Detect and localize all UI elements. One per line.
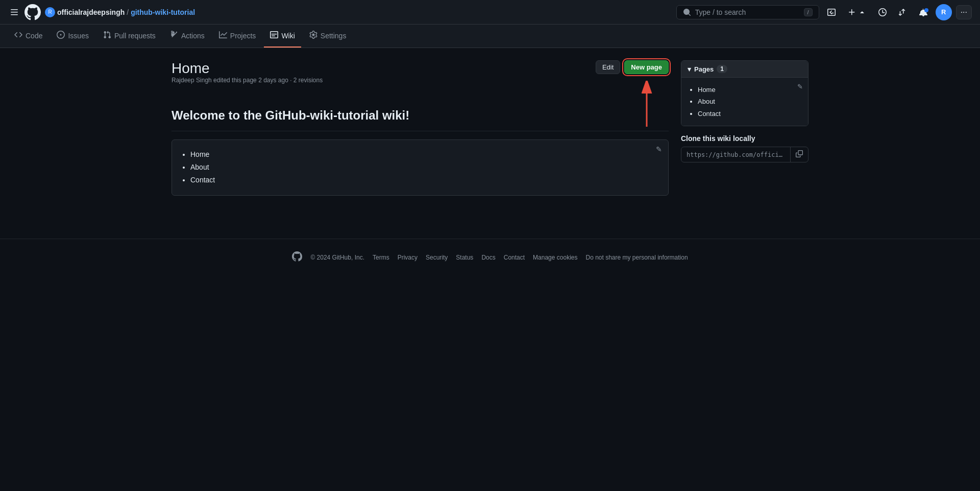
tab-wiki-label: Wiki (281, 32, 295, 40)
username[interactable]: officialrajdeepsingh (57, 8, 125, 16)
settings-icon (309, 31, 317, 40)
footer-github-logo (292, 251, 302, 264)
tab-code[interactable]: Code (8, 25, 48, 48)
footer-status[interactable]: Status (456, 254, 473, 261)
tab-actions[interactable]: Actions (164, 25, 211, 48)
tab-code-label: Code (26, 32, 42, 40)
tab-settings-label: Settings (321, 32, 347, 40)
search-placeholder: Type / to search (695, 8, 746, 16)
tab-wiki[interactable]: Wiki (264, 25, 301, 48)
pages-list-item: Contact (698, 108, 802, 120)
tab-projects-label: Projects (230, 32, 256, 40)
notifications-wrapper (915, 5, 932, 19)
tab-projects[interactable]: Projects (213, 25, 262, 48)
code-icon (14, 31, 22, 40)
pages-section: ▾ Pages 1 ✎ Home About Contact (681, 60, 808, 126)
wiki-title-section: Home Rajdeep Singh edited this page 2 da… (172, 60, 323, 96)
clone-title: Clone this wiki locally (681, 134, 808, 143)
search-shortcut: / (804, 8, 813, 16)
main-content: Home Rajdeep Singh edited this page 2 da… (163, 48, 817, 208)
list-item: About (190, 161, 660, 174)
tab-actions-label: Actions (181, 32, 205, 40)
footer-contact[interactable]: Contact (504, 254, 525, 261)
more-options-button[interactable]: ··· (956, 5, 972, 19)
wiki-content: Home Rajdeep Singh edited this page 2 da… (172, 60, 669, 196)
pages-edit-button[interactable]: ✎ (797, 83, 803, 90)
pr-icon (103, 31, 111, 40)
notifications-button[interactable] (915, 5, 932, 19)
notification-dot (924, 8, 928, 12)
command-palette-button[interactable] (823, 5, 840, 19)
edit-button[interactable]: Edit (596, 60, 620, 74)
hamburger-button[interactable] (8, 6, 20, 18)
tab-pull-requests[interactable]: Pull requests (97, 25, 162, 48)
tab-issues[interactable]: Issues (51, 25, 94, 48)
breadcrumb-separator: / (127, 8, 129, 16)
tab-pr-label: Pull requests (114, 32, 156, 40)
pages-list-box: ✎ Home About Contact (681, 78, 808, 126)
wiki-sidebar: ▾ Pages 1 ✎ Home About Contact Clone thi… (681, 60, 808, 196)
user-avatar-button[interactable]: R (936, 4, 952, 20)
add-button[interactable] (844, 5, 870, 19)
footer-copyright: © 2024 GitHub, Inc. (310, 254, 364, 261)
upload-button[interactable] (895, 5, 911, 19)
clone-section: Clone this wiki locally https://github.c… (681, 134, 808, 162)
new-page-wrapper: New page (624, 60, 669, 74)
collapse-icon: ▾ (688, 65, 691, 73)
search-bar[interactable]: Type / to search / (676, 5, 819, 19)
user-avatar-small: R (45, 7, 55, 17)
clone-url-text: https://github.com/officialrajdee (681, 148, 790, 161)
pages-count: 1 (717, 65, 727, 73)
clone-url-box: https://github.com/officialrajdee (681, 147, 808, 162)
projects-icon (219, 31, 227, 40)
list-edit-button[interactable]: ✎ (656, 145, 662, 153)
user-repo: R officialrajdeepsingh / github-wiki-tut… (45, 7, 195, 17)
repo-tabs: Code Issues Pull requests Actions (0, 25, 980, 48)
pages-list-item: Home (698, 84, 802, 96)
footer-docs[interactable]: Docs (481, 254, 495, 261)
tab-issues-label: Issues (68, 32, 88, 40)
footer: © 2024 GitHub, Inc. Terms Privacy Securi… (0, 239, 980, 276)
wiki-title: Home (172, 60, 323, 77)
footer-terms[interactable]: Terms (373, 254, 389, 261)
clone-copy-button[interactable] (790, 147, 808, 162)
top-nav: R officialrajdeepsingh / github-wiki-tut… (0, 0, 980, 25)
wiki-actions: Edit New page (596, 60, 669, 74)
pages-header[interactable]: ▾ Pages 1 (681, 61, 808, 78)
wiki-icon (270, 31, 278, 40)
footer-security[interactable]: Security (426, 254, 448, 261)
github-logo (24, 4, 41, 20)
footer-privacy[interactable]: Privacy (398, 254, 418, 261)
new-page-button[interactable]: New page (624, 60, 669, 74)
wiki-heading: Welcome to the GitHub-wiki-tutorial wiki… (172, 100, 669, 131)
issues-icon (57, 31, 65, 40)
pages-label: Pages (694, 65, 714, 73)
top-nav-left: R officialrajdeepsingh / github-wiki-tut… (8, 4, 488, 20)
wiki-meta: Rajdeep Singh edited this page 2 days ag… (172, 77, 323, 84)
pages-list-item: About (698, 96, 802, 107)
repo-name[interactable]: github-wiki-tutorial (131, 8, 195, 16)
tab-settings[interactable]: Settings (303, 25, 353, 48)
footer-do-not-share[interactable]: Do not share my personal information (585, 254, 688, 261)
pages-list: Home About Contact (688, 84, 802, 120)
list-item: Contact (190, 174, 660, 186)
wiki-list: Home About Contact (180, 148, 660, 187)
list-item: Home (190, 148, 660, 161)
wiki-header: Home Rajdeep Singh edited this page 2 da… (172, 60, 669, 96)
timer-button[interactable] (874, 5, 891, 19)
wiki-list-box: ✎ Home About Contact (172, 139, 669, 196)
footer-manage-cookies[interactable]: Manage cookies (533, 254, 577, 261)
command-palette-wrapper (823, 5, 840, 19)
actions-icon (170, 31, 178, 40)
